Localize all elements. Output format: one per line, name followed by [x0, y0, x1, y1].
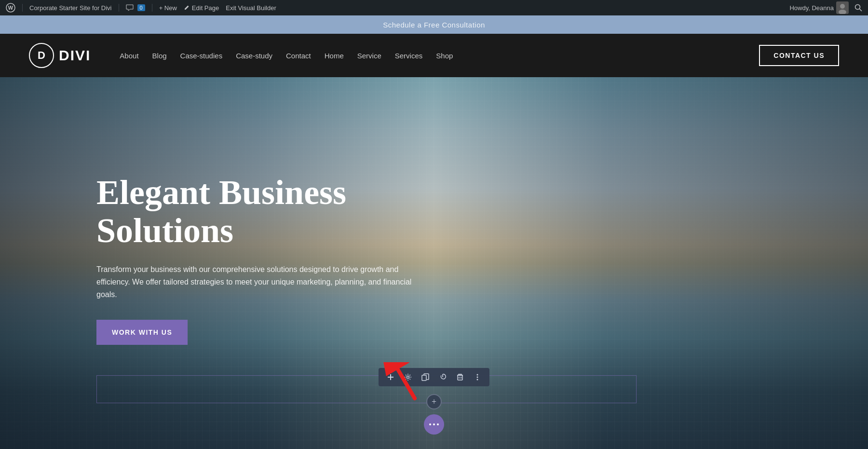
svg-point-14 — [477, 374, 478, 376]
nav-service[interactable]: Service — [357, 52, 381, 60]
site-name-text: Corporate Starter Site for Divi — [29, 4, 112, 12]
admin-bar-right: Howdy, Deanna — [789, 1, 862, 14]
search-bar-item[interactable] — [854, 4, 862, 12]
exit-builder-item[interactable]: Exit Visual Builder — [226, 4, 276, 12]
admin-bar-divider — [22, 4, 23, 12]
comments-item[interactable]: 0 — [126, 4, 145, 11]
banner-text: Schedule a Free Consultation — [383, 21, 485, 29]
admin-bar-divider-2 — [119, 4, 119, 12]
svg-point-21 — [437, 423, 439, 425]
nav-contact[interactable]: Contact — [286, 52, 311, 60]
red-arrow — [376, 362, 424, 401]
howdy-text: Howdy, Deanna — [789, 4, 834, 12]
hero-section: Elegant BusinessSolutions Transform your… — [0, 77, 868, 449]
three-dots-icon — [429, 423, 439, 426]
nav-case-study[interactable]: Case-study — [236, 52, 272, 60]
edit-page-item[interactable]: Edit Page — [184, 4, 219, 12]
site-header: D DIVI About Blog Case-studies Case-stud… — [0, 34, 868, 77]
hero-content: Elegant BusinessSolutions Transform your… — [0, 77, 434, 345]
svg-point-20 — [433, 423, 435, 425]
nav-about[interactable]: About — [120, 52, 138, 60]
wp-logo-item[interactable]: W — [6, 3, 15, 13]
hero-title: Elegant BusinessSolutions — [96, 174, 434, 250]
divi-menu-button[interactable] — [424, 414, 444, 435]
search-icon — [854, 4, 862, 12]
top-banner[interactable]: Schedule a Free Consultation — [0, 15, 868, 34]
exit-builder-label: Exit Visual Builder — [226, 4, 276, 12]
hero-subtitle: Transform your business with our compreh… — [96, 263, 434, 300]
more-toolbar-icon[interactable] — [472, 372, 483, 382]
contact-us-button[interactable]: CONTACT US — [759, 45, 839, 66]
logo-text: DIVI — [59, 47, 91, 64]
svg-line-18 — [398, 369, 415, 398]
site-name-item[interactable]: Corporate Starter Site for Divi — [29, 4, 112, 12]
power-icon — [439, 373, 447, 381]
comment-icon — [126, 4, 134, 11]
svg-line-6 — [860, 9, 862, 12]
svg-text:W: W — [8, 5, 14, 11]
nav-case-studies[interactable]: Case-studies — [180, 52, 223, 60]
nav-shop[interactable]: Shop — [436, 52, 453, 60]
svg-point-15 — [477, 377, 478, 378]
new-label: + New — [159, 4, 177, 12]
nav-blog[interactable]: Blog — [152, 52, 167, 60]
logo-letter: D — [38, 49, 45, 62]
site-logo[interactable]: D DIVI — [29, 43, 91, 68]
site-nav: About Blog Case-studies Case-study Conta… — [120, 52, 759, 60]
comment-count: 0 — [137, 4, 145, 11]
toggle-toolbar-icon[interactable] — [437, 372, 448, 382]
user-avatar-icon — [836, 1, 849, 14]
admin-bar-divider-3 — [152, 4, 152, 12]
nav-services[interactable]: Services — [395, 52, 423, 60]
work-with-us-button[interactable]: WORK WITH US — [96, 320, 188, 345]
admin-bar: W Corporate Starter Site for Divi 0 + Ne… — [0, 0, 868, 15]
pencil-icon — [184, 5, 190, 11]
svg-point-3 — [840, 4, 845, 9]
wp-logo-icon: W — [6, 3, 15, 13]
edit-page-label: Edit Page — [192, 4, 219, 12]
add-section-icon: + — [432, 397, 436, 407]
delete-toolbar-icon[interactable] — [455, 372, 465, 382]
more-dots-icon — [474, 373, 481, 381]
nav-home[interactable]: Home — [325, 52, 344, 60]
svg-point-5 — [855, 5, 860, 10]
svg-point-16 — [477, 379, 478, 381]
logo-circle-icon: D — [29, 43, 54, 68]
trash-icon — [456, 373, 464, 381]
howdy-item[interactable]: Howdy, Deanna — [789, 1, 849, 14]
new-item[interactable]: + New — [159, 4, 177, 12]
admin-bar-left: W Corporate Starter Site for Divi 0 + Ne… — [6, 3, 276, 13]
add-section-button[interactable]: + — [426, 394, 442, 409]
svg-rect-11 — [458, 375, 462, 380]
svg-point-19 — [429, 423, 431, 425]
